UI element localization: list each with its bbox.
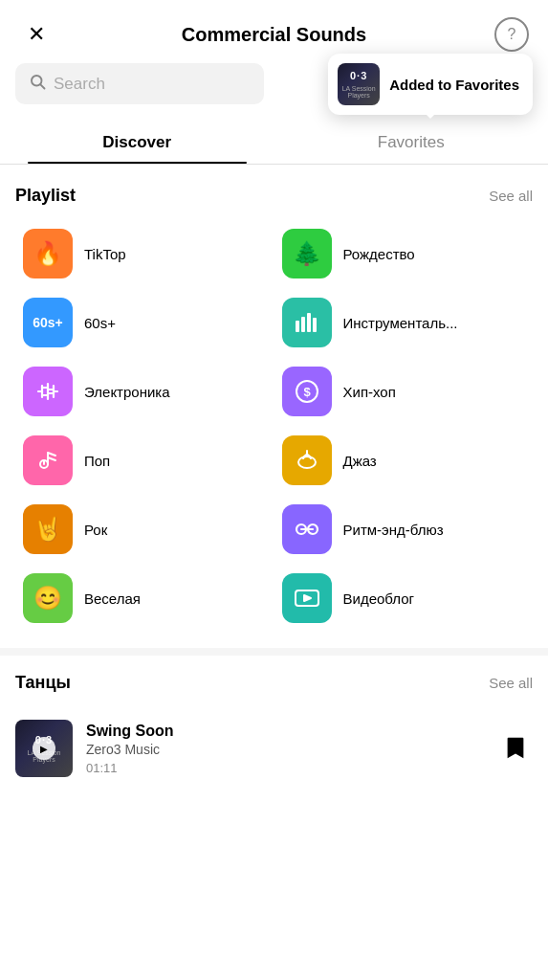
song-info: Swing Soon Zero3 Music 01:11 <box>86 723 485 775</box>
song-duration: 01:11 <box>86 761 485 775</box>
jazz-label: Джаз <box>343 453 377 469</box>
dance-section-header: Танцы See all <box>0 656 548 706</box>
list-item[interactable]: 😊 Веселая <box>15 564 274 633</box>
vlog-icon <box>282 573 332 623</box>
help-button[interactable]: ? <box>494 17 529 52</box>
svg-rect-3 <box>301 317 305 332</box>
song-artist: Zero3 Music <box>86 742 485 757</box>
list-item[interactable]: Электроника <box>15 357 274 426</box>
svg-line-1 <box>40 84 44 88</box>
pop-label: Поп <box>84 453 110 469</box>
svg-marker-28 <box>304 595 311 601</box>
fun-icon: 😊 <box>23 573 73 623</box>
xmas-icon: 🌲 <box>282 229 332 278</box>
playlist-section-title: Playlist <box>15 186 76 206</box>
svg-rect-5 <box>313 318 317 332</box>
toast-thumbnail: 0·3 LA Session Players <box>338 63 380 105</box>
search-icon <box>29 73 46 95</box>
list-item[interactable]: 🤘 Рок <box>15 495 274 564</box>
search-bar[interactable]: Search <box>15 63 264 104</box>
play-button[interactable]: ▶ <box>33 737 55 760</box>
dance-see-all[interactable]: See all <box>489 675 533 691</box>
list-item[interactable]: 🔥 TikTop <box>15 219 274 288</box>
list-item[interactable]: 60s+ 60s+ <box>15 288 274 357</box>
rock-label: Рок <box>84 522 107 538</box>
song-title: Swing Soon <box>86 723 485 740</box>
search-placeholder: Search <box>54 75 105 94</box>
instrumental-label: Инструменталь... <box>343 315 458 331</box>
section-divider <box>0 648 548 656</box>
list-item[interactable]: $ Хип-хоп <box>274 357 534 426</box>
xmas-label: Рождество <box>343 246 415 262</box>
pop-icon <box>23 435 73 485</box>
list-item[interactable]: Ритм-энд-блюз <box>274 495 534 564</box>
song-thumbnail[interactable]: 0·3 LA Session Players ▶ <box>15 720 73 777</box>
list-item[interactable]: Инструменталь... <box>274 288 534 357</box>
rnb-icon <box>282 504 332 554</box>
page-title: Commercial Sounds <box>182 24 366 46</box>
added-to-favorites-toast: 0·3 LA Session Players Added to Favorite… <box>328 54 533 115</box>
toast-thumb-sub: LA Session Players <box>338 85 380 99</box>
60s-label: 60s+ <box>84 315 116 331</box>
svg-point-22 <box>298 457 316 468</box>
electronic-icon <box>23 367 73 416</box>
playlist-see-all[interactable]: See all <box>489 188 533 204</box>
close-button[interactable]: ✕ <box>19 17 54 52</box>
60s-icon: 60s+ <box>23 298 73 347</box>
tab-favorites[interactable]: Favorites <box>274 120 549 164</box>
instrumental-icon <box>282 298 332 347</box>
svg-rect-4 <box>307 313 311 332</box>
toast-thumb-label: 0·3 <box>338 70 380 82</box>
svg-line-19 <box>48 453 55 456</box>
list-item[interactable]: Видеоблог <box>274 564 534 633</box>
tabs: Discover Favorites <box>0 120 548 165</box>
playlist-grid: 🔥 TikTop 🌲 Рождество 60s+ 60s+ Инструмен… <box>0 219 548 633</box>
list-item[interactable]: Поп <box>15 426 274 495</box>
vlog-label: Видеоблог <box>343 590 414 607</box>
tab-discover[interactable]: Discover <box>0 120 274 164</box>
list-item[interactable]: Джаз <box>274 426 534 495</box>
hiphop-label: Хип-хоп <box>343 384 396 400</box>
svg-text:$: $ <box>303 385 311 399</box>
electronic-label: Электроника <box>84 384 170 400</box>
tiktop-label: TikTop <box>84 246 126 262</box>
rnb-label: Ритм-энд-блюз <box>343 522 444 538</box>
svg-rect-2 <box>296 321 299 332</box>
song-item: 0·3 LA Session Players ▶ Swing Soon Zero… <box>0 706 548 791</box>
dance-section-title: Танцы <box>15 673 71 693</box>
tiktop-icon: 🔥 <box>23 229 73 278</box>
list-item[interactable]: 🌲 Рождество <box>274 219 534 288</box>
bookmark-button[interactable] <box>498 731 533 766</box>
svg-line-20 <box>48 457 55 460</box>
hiphop-icon: $ <box>282 367 332 416</box>
jazz-icon <box>282 435 332 485</box>
fun-label: Веселая <box>84 590 141 607</box>
toast-message: Added to Favorites <box>389 77 519 93</box>
playlist-section-header: Playlist See all <box>0 168 548 219</box>
rock-icon: 🤘 <box>23 504 73 554</box>
search-area: Search 0·3 LA Session Players Added to F… <box>0 63 548 120</box>
